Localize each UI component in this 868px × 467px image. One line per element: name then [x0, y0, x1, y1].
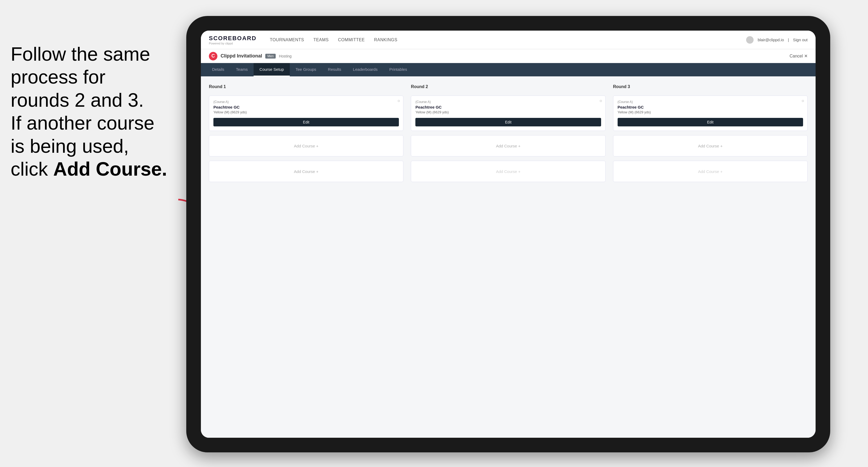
tab-results[interactable]: Results — [322, 63, 347, 76]
round-3-title: Round 3 — [613, 84, 808, 89]
rounds-grid: Round 1 ○ (Course A) Peachtree GC Yellow… — [209, 84, 808, 182]
round-1-course-name: Peachtree GC — [213, 105, 399, 110]
round-2-course-name: Peachtree GC — [415, 105, 601, 110]
nav-tournaments[interactable]: TOURNAMENTS — [270, 37, 304, 42]
round-2-edit-button[interactable]: Edit — [415, 118, 601, 126]
round-1-course-label: (Course A) — [213, 100, 399, 104]
sign-out-link[interactable]: Sign out — [793, 37, 808, 42]
round-3-add-course-2: Add Course + — [613, 161, 808, 182]
round-3-course-name: Peachtree GC — [618, 105, 803, 110]
cancel-x-icon: ✕ — [804, 54, 808, 59]
nav-links: TOURNAMENTS TEAMS COMMITTEE RANKINGS — [270, 37, 397, 42]
round-2-add-course-text-1: Add Course + — [496, 144, 521, 148]
round-1-add-course-text-1: Add Course + — [294, 144, 318, 148]
round-3-add-course-text-1: Add Course + — [698, 144, 722, 148]
round-3-add-course-text-2: Add Course + — [698, 169, 722, 174]
round-1-add-course-2[interactable]: Add Course + — [209, 161, 403, 182]
sub-header: C Clippd Invitational Men Hosting Cancel… — [201, 49, 815, 63]
round-1-add-course-1[interactable]: Add Course + — [209, 135, 403, 156]
tab-teams[interactable]: Teams — [230, 63, 254, 76]
round-1-add-course-text-2: Add Course + — [294, 169, 318, 174]
top-nav: SCOREBOARD Powered by clippd TOURNAMENTS… — [201, 31, 815, 49]
tab-printables[interactable]: Printables — [383, 63, 413, 76]
tab-leaderboards[interactable]: Leaderboards — [347, 63, 383, 76]
tablet-frame: SCOREBOARD Powered by clippd TOURNAMENTS… — [186, 16, 830, 453]
nav-committee[interactable]: COMMITTEE — [338, 37, 365, 42]
tournament-info: C Clippd Invitational Men Hosting — [209, 52, 292, 60]
round-2-add-course-text-2: Add Course + — [496, 169, 521, 174]
pipe-separator: | — [788, 37, 789, 42]
tab-bar: Details Teams Course Setup Tee Groups Re… — [201, 63, 815, 76]
nav-teams[interactable]: TEAMS — [313, 37, 329, 42]
tab-tee-groups[interactable]: Tee Groups — [290, 63, 322, 76]
instruction-panel: Follow the same process for rounds 2 and… — [0, 42, 181, 180]
round-1-course-card: ○ (Course A) Peachtree GC Yellow (M) (66… — [209, 96, 403, 131]
round-3-course-card: ○ (Course A) Peachtree GC Yellow (M) (66… — [613, 96, 808, 131]
round-2-add-course-1[interactable]: Add Course + — [411, 135, 606, 156]
round-3-course-details: Yellow (M) (6629 yds) — [618, 110, 803, 114]
nav-right: blair@clippd.io | Sign out — [746, 36, 808, 44]
round-2-course-label: (Course A) — [415, 100, 601, 104]
round-2-add-course-2: Add Course + — [411, 161, 606, 182]
cancel-button[interactable]: Cancel ✕ — [789, 54, 808, 59]
tab-course-setup[interactable]: Course Setup — [254, 63, 290, 76]
round-1-remove-button[interactable]: ○ — [398, 98, 400, 103]
round-2-column: Round 2 ○ (Course A) Peachtree GC Yellow… — [411, 84, 606, 182]
tab-details[interactable]: Details — [206, 63, 230, 76]
tablet-screen: SCOREBOARD Powered by clippd TOURNAMENTS… — [201, 31, 815, 438]
tournament-type-badge: Men — [265, 54, 276, 59]
logo-text: SCOREBOARD — [209, 35, 256, 42]
round-3-edit-button[interactable]: Edit — [618, 118, 803, 126]
round-1-column: Round 1 ○ (Course A) Peachtree GC Yellow… — [209, 84, 403, 182]
nav-rankings[interactable]: RANKINGS — [374, 37, 398, 42]
hosting-badge: Hosting — [279, 54, 291, 58]
user-email: blair@clippd.io — [757, 37, 784, 42]
main-content: Round 1 ○ (Course A) Peachtree GC Yellow… — [201, 76, 815, 438]
instruction-text: Follow the same process for rounds 2 and… — [11, 43, 167, 180]
round-2-course-details: Yellow (M) (6629 yds) — [415, 110, 601, 114]
round-1-course-details: Yellow (M) (6629 yds) — [213, 110, 399, 114]
tournament-name: Clippd Invitational — [221, 53, 262, 59]
user-avatar — [746, 36, 753, 44]
round-3-remove-button[interactable]: ○ — [802, 98, 804, 103]
round-3-add-course-1[interactable]: Add Course + — [613, 135, 808, 156]
round-3-column: Round 3 ○ (Course A) Peachtree GC Yellow… — [613, 84, 808, 182]
powered-by: Powered by clippd — [209, 42, 256, 45]
round-1-title: Round 1 — [209, 84, 403, 89]
round-3-course-label: (Course A) — [618, 100, 803, 104]
round-2-course-card: ○ (Course A) Peachtree GC Yellow (M) (66… — [411, 96, 606, 131]
clippd-logo-icon: C — [209, 52, 217, 60]
round-1-edit-button[interactable]: Edit — [213, 118, 399, 126]
nav-left: SCOREBOARD Powered by clippd TOURNAMENTS… — [209, 35, 397, 45]
round-2-remove-button[interactable]: ○ — [599, 98, 602, 103]
round-2-title: Round 2 — [411, 84, 606, 89]
scoreboard-logo: SCOREBOARD Powered by clippd — [209, 35, 256, 45]
